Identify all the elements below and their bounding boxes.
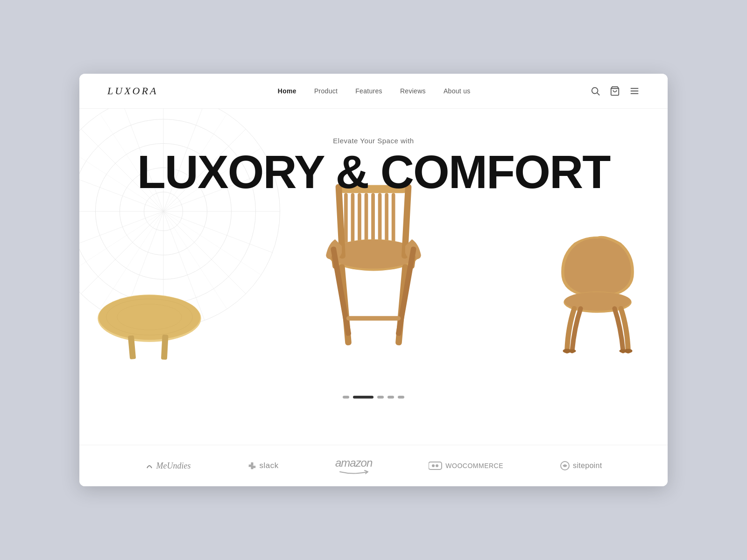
svg-point-0 — [592, 88, 598, 94]
menu-icon[interactable] — [629, 86, 640, 96]
furniture-main-chair — [301, 176, 446, 372]
svg-rect-56 — [252, 462, 254, 466]
brand-slack: slack — [247, 461, 279, 470]
nav-links: Home Product Features Reviews About us — [278, 87, 471, 95]
carousel-dot-2[interactable] — [353, 396, 374, 399]
brand-amazon: amazon — [335, 456, 372, 475]
nav-link-home[interactable]: Home — [278, 87, 296, 95]
windsor-chair-svg — [301, 176, 446, 371]
carousel-dot-1[interactable] — [343, 396, 349, 399]
hero-text-area: Elevate Your Space with LUXORY & COMFORT — [137, 137, 610, 195]
brands-section: MeUndies slack amazon — [79, 445, 668, 486]
slack-icon — [247, 461, 257, 470]
furniture-coffee-table — [93, 280, 205, 368]
nav-link-features[interactable]: Features — [355, 87, 382, 95]
nav-item-about[interactable]: About us — [444, 87, 471, 95]
logo-text: Luxora — [107, 85, 158, 97]
sitepoint-icon — [560, 461, 570, 471]
svg-point-53 — [568, 350, 576, 353]
navbar: Luxora Home Product Features Reviews Abo… — [79, 74, 668, 109]
svg-point-65 — [436, 464, 438, 467]
nav-item-reviews[interactable]: Reviews — [400, 87, 426, 95]
meundies-icon — [145, 462, 154, 470]
search-icon[interactable] — [590, 86, 600, 96]
svg-rect-63 — [429, 462, 442, 469]
brand-sitepoint: sitepoint — [560, 461, 602, 471]
svg-point-64 — [432, 464, 435, 467]
nav-item-features[interactable]: Features — [355, 87, 382, 95]
svg-rect-30 — [344, 193, 348, 247]
brand-woocommerce: WooCommerce — [429, 461, 503, 470]
coffee-table-svg — [93, 280, 205, 366]
nav-link-about[interactable]: About us — [444, 87, 471, 95]
browser-frame: Luxora Home Product Features Reviews Abo… — [79, 74, 668, 486]
side-chair-svg — [551, 230, 644, 366]
nav-link-product[interactable]: Product — [314, 87, 338, 95]
svg-rect-61 — [251, 466, 252, 469]
brand-label-meundies: MeUndies — [156, 461, 191, 471]
brand-label-woocommerce: WooCommerce — [445, 462, 503, 469]
brand-logo[interactable]: Luxora — [107, 85, 158, 97]
nav-link-reviews[interactable]: Reviews — [400, 87, 426, 95]
furniture-side-chair — [551, 230, 644, 368]
nav-item-home[interactable]: Home — [278, 87, 296, 95]
svg-rect-37 — [392, 193, 395, 247]
carousel-dot-5[interactable] — [398, 396, 404, 399]
furniture-display — [79, 186, 668, 386]
carousel-dot-4[interactable] — [388, 396, 394, 399]
nav-icons — [590, 86, 640, 96]
svg-point-54 — [619, 350, 627, 353]
carousel-dot-3[interactable] — [377, 396, 384, 399]
amazon-arrow-icon — [338, 469, 370, 475]
hero-subtitle: Elevate Your Space with — [137, 137, 610, 145]
svg-line-1 — [597, 93, 599, 95]
svg-point-24 — [99, 295, 200, 340]
brand-label-slack: slack — [260, 461, 279, 470]
brand-label-amazon: amazon — [335, 456, 372, 469]
brand-meundies: MeUndies — [145, 461, 191, 471]
svg-rect-48 — [346, 316, 401, 321]
svg-rect-62 — [252, 466, 254, 469]
svg-rect-57 — [248, 465, 252, 466]
carousel-dots — [343, 386, 404, 413]
cart-icon[interactable] — [610, 86, 620, 96]
woocommerce-icon — [429, 461, 443, 470]
hero-section: Elevate Your Space with LUXORY & COMFORT — [79, 109, 668, 445]
nav-item-product[interactable]: Product — [314, 87, 338, 95]
brand-label-sitepoint: sitepoint — [573, 462, 602, 470]
hero-title: LUXORY & COMFORT — [137, 148, 610, 195]
